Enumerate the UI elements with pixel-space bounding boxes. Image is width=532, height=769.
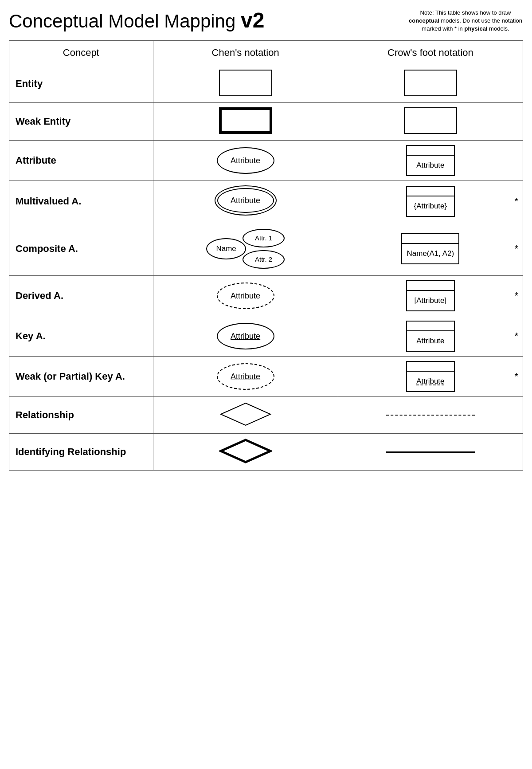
chen-cell: Name Attr. 1 Attr. 2 (153, 222, 338, 275)
concept-cell: Composite A. (9, 222, 153, 275)
crow-cell (338, 102, 523, 140)
concept-cell: Multivalued A. (9, 180, 153, 222)
concept-cell: Derived A. (9, 275, 153, 316)
svg-marker-1 (221, 440, 270, 462)
concept-cell: Entity (9, 65, 153, 102)
relationship-diamond-chen (219, 401, 272, 427)
chen-cell: Attribute (153, 316, 338, 356)
identifying-diamond-chen (219, 438, 272, 464)
crow-cell: [Attribute] * (338, 275, 523, 316)
concept-cell: Weak Entity (9, 102, 153, 140)
header-crow: Crow's foot notation (338, 40, 523, 65)
derived-oval-chen: Attribute (217, 282, 274, 309)
composite-box-crow: Name(A1, A2) (401, 233, 459, 264)
weak-entity-rect-chen (219, 107, 272, 134)
section-bottom: [Attribute] (407, 291, 454, 310)
section-bottom: Name(A1, A2) (402, 244, 458, 263)
section-top (407, 146, 454, 156)
composite-chen-shape: Name Attr. 1 Attr. 2 (160, 227, 332, 271)
chen-cell (153, 433, 338, 470)
entity-rect-crow (404, 70, 457, 96)
svg-marker-0 (221, 403, 270, 425)
table-row: Key A. Attribute Attribute * (9, 316, 523, 356)
section-top (407, 322, 454, 331)
key-oval-chen: Attribute (217, 323, 274, 349)
relationship-dashed-line-crow (386, 415, 475, 416)
table-row: Weak (or Partial) Key A. Attribute Attri… (9, 356, 523, 396)
page-header: Conceptual Model Mapping v2 Note: This t… (9, 9, 523, 33)
chen-cell: Attribute (153, 356, 338, 396)
mapping-table: Concept Chen's notation Crow's foot nota… (9, 40, 523, 471)
crow-cell: Attribute * (338, 356, 523, 396)
section-top (407, 362, 454, 372)
section-bottom: Attribute (407, 331, 454, 351)
page-title: Conceptual Model Mapping v2 (9, 9, 264, 32)
chen-cell: Attribute (153, 140, 338, 180)
partial-key-box-crow: Attribute (406, 361, 455, 392)
key-box-crow: Attribute (406, 321, 455, 352)
chen-cell: Attribute (153, 180, 338, 222)
multivalued-box-crow: {Attribute} (406, 186, 455, 217)
table-row: Relationship (9, 396, 523, 433)
section-bottom: Attribute (407, 372, 454, 391)
asterisk-marker: * (514, 196, 518, 207)
section-top (402, 234, 458, 244)
attribute-box-crow: Attribute (406, 145, 455, 176)
chen-cell (153, 65, 338, 102)
table-row: Attribute Attribute Attribute (9, 140, 523, 180)
table-row: Weak Entity (9, 102, 523, 140)
concept-cell: Key A. (9, 316, 153, 356)
crow-cell (338, 433, 523, 470)
section-bottom: {Attribute} (407, 196, 454, 216)
concept-cell: Identifying Relationship (9, 433, 153, 470)
concept-cell: Weak (or Partial) Key A. (9, 356, 153, 396)
entity-rect-chen (219, 70, 272, 96)
asterisk-marker: * (514, 243, 518, 255)
crow-cell: Attribute * (338, 316, 523, 356)
section-bottom: Attribute (407, 156, 454, 175)
concept-cell: Relationship (9, 396, 153, 433)
crow-cell: Name(A1, A2) * (338, 222, 523, 275)
table-row: Multivalued A. Attribute {Attribute} * (9, 180, 523, 222)
asterisk-marker: * (514, 371, 518, 382)
table-row: Derived A. Attribute [Attribute] * (9, 275, 523, 316)
partial-key-oval-chen: Attribute (217, 363, 274, 390)
attribute-oval-chen: Attribute (217, 147, 274, 174)
identifying-solid-line-crow (386, 451, 475, 453)
multivalued-oval-chen: Attribute (215, 185, 277, 216)
crow-cell (338, 65, 523, 102)
section-top (407, 281, 454, 291)
table-row: Identifying Relationship (9, 433, 523, 470)
concept-cell: Attribute (9, 140, 153, 180)
section-top (407, 187, 454, 196)
derived-box-crow: [Attribute] (406, 280, 455, 311)
table-row: Composite A. Name Attr. 1 Attr. 2 Name(A… (9, 222, 523, 275)
crow-cell: {Attribute} * (338, 180, 523, 222)
crow-cell: Attribute (338, 140, 523, 180)
crow-cell (338, 396, 523, 433)
note-box: Note: This table shows how to draw conce… (408, 9, 523, 33)
weak-entity-rect-crow (404, 107, 457, 134)
table-header-row: Concept Chen's notation Crow's foot nota… (9, 40, 523, 65)
header-concept: Concept (9, 40, 153, 65)
table-row: Entity (9, 65, 523, 102)
chen-cell (153, 102, 338, 140)
chen-cell: Attribute (153, 275, 338, 316)
header-chen: Chen's notation (153, 40, 338, 65)
chen-cell (153, 396, 338, 433)
asterisk-marker: * (514, 330, 518, 342)
asterisk-marker: * (514, 290, 518, 302)
